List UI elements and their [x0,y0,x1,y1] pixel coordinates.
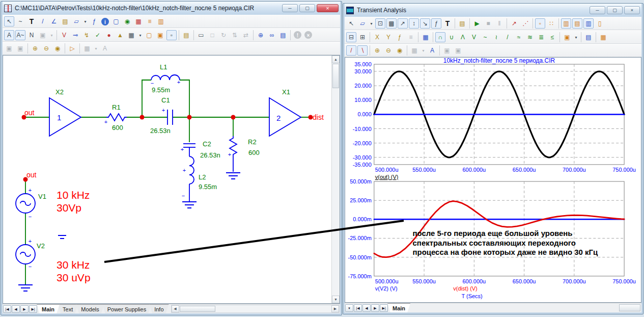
find-node-tool-icon[interactable]: N [26,30,37,40]
r2-ref-label[interactable]: R2 [248,138,257,146]
zoom-in-tool-icon[interactable]: ⊕ [372,45,382,56]
restore-button[interactable]: ▢ [607,6,623,14]
menu-tool-icon[interactable]: ≡ [406,32,416,42]
inductor-l2[interactable] [189,156,194,202]
zoom-mode-tool-icon[interactable]: ⊡ [375,18,385,29]
cursor-mode-tool-icon[interactable]: / [346,45,356,56]
slope-tool-icon[interactable]: / [502,32,513,42]
zoom-out-tool-icon[interactable]: ⊖ [41,43,51,54]
run-button[interactable]: ▶ [472,18,482,29]
help-doc-tool-icon[interactable]: ▢ [111,16,121,27]
stop-button[interactable]: ■ [483,18,493,29]
copy-tool-icon[interactable]: ▱ [357,18,368,29]
clone-dropdown[interactable]: ▾ [49,30,54,40]
one-panel-tool-icon[interactable]: ⊟ [346,32,356,42]
shape-dropdown[interactable]: ▾ [82,16,88,27]
data-points-tool-icon[interactable]: ▫ [535,18,545,29]
font-tool-icon[interactable]: A [427,45,437,56]
graph-image-tool-icon[interactable]: ▩ [386,18,397,29]
net-dist-label[interactable]: dist [313,113,324,121]
find-wave-tool-icon[interactable]: A~ [15,30,25,40]
tab-main[interactable]: Main [387,303,410,312]
shape-tool-icon[interactable]: ▱ [71,16,81,27]
capacitor-c1[interactable] [167,110,173,125]
scroll-left-icon[interactable]: ◀ [172,305,179,312]
new-page-tool-icon[interactable]: ▢ [144,30,154,40]
last-page-button[interactable]: ▶| [29,305,37,313]
x2-ref-label[interactable]: X2 [55,88,64,96]
resistor-r1[interactable] [106,114,127,121]
last-page-button[interactable]: ▶| [380,304,388,312]
page-flip-tool-icon[interactable]: ▷ [67,43,77,54]
flip-horizontal-tool-icon[interactable]: ⇄ [241,30,251,40]
v1-ref-label[interactable]: V1 [38,193,46,200]
search-fx-tool-icon[interactable]: ƒ [395,32,405,42]
clipboard-dropdown[interactable]: ▾ [573,32,579,42]
search-x-tool-icon[interactable]: X [372,32,382,42]
probe-tool-icon[interactable]: ● [104,30,114,40]
properties-tool-icon[interactable]: ▤ [457,18,467,29]
bus-tool-icon[interactable]: ▤ [60,16,70,27]
schematic-hscrollbar[interactable]: ◀ ▶ [171,305,340,313]
font-tool-icon[interactable]: A [100,43,110,54]
edit-limits-tool-icon[interactable]: ▦ [421,32,431,42]
find-text-tool-icon[interactable]: A [4,30,14,40]
notebook-tool-icon[interactable]: ▤ [278,30,288,40]
stack-tool-icon[interactable]: ≣ [536,32,546,42]
envelope-tool-icon[interactable]: ≈ [514,32,524,42]
inductor-l1[interactable] [151,75,180,80]
line-tool-icon[interactable]: / [38,16,48,27]
peak-tool-icon[interactable]: ∩ [435,32,445,42]
l2-value-label[interactable]: 9.55m [199,183,217,191]
tab-power-supplies[interactable]: Power Supplies [102,304,151,313]
scroll-down-icon[interactable]: ▼ [332,296,340,303]
polyline-tool-icon[interactable]: ∠ [49,16,59,27]
to-wire-tool-icon[interactable]: ⊸ [70,30,80,40]
scale-mode-tool-icon[interactable]: ↗ [398,18,408,29]
grid-tool-icon[interactable]: ▦ [126,30,136,40]
layout-vertical-button[interactable]: ▥ [561,18,571,29]
macro-tool-icon[interactable]: ƒ [89,16,99,27]
abort-tool-icon[interactable]: × [304,31,312,39]
r1-ref-label[interactable]: R1 [112,103,121,111]
low-tool-icon[interactable]: V [469,32,479,42]
r2-value-label[interactable]: 600 [248,149,260,156]
hscroll-thumb[interactable] [180,306,215,312]
report-tool-icon[interactable]: ▤ [583,32,594,42]
cycle-tool-icon[interactable]: ≀ [491,32,501,42]
legend-v-V2-V-[interactable]: v(V2) (V) [375,285,398,292]
select-tool-icon[interactable]: ↖ [346,18,356,29]
legend-v-out-V-[interactable]: v(out) (V) [375,174,399,180]
tab-info[interactable]: Info [149,304,169,313]
high-tool-icon[interactable]: Λ [458,32,468,42]
scale-horizontal-tool-icon[interactable]: ↘ [420,18,430,29]
grid-size-tool-icon[interactable]: ▦ [82,43,92,54]
scale-vertical-tool-icon[interactable]: ↕ [409,18,419,29]
flow-mode-tool-icon[interactable]: ▫ [166,30,177,40]
schematic-titlebar[interactable]: C:\MC11\DATA\Petrov\Tests\10kHz-notch-fi… [3,2,340,15]
restore-button[interactable]: ▢ [299,4,315,12]
clone-tool-icon[interactable]: ▣ [38,30,48,40]
capacitor-c2[interactable] [183,144,195,156]
close-button[interactable]: × [624,6,640,14]
text-mode-tool-icon[interactable]: T [442,18,453,29]
opamp-x2[interactable] [49,98,81,136]
grid-size-dropdown[interactable]: ▾ [93,43,99,54]
grid-select-tool-icon[interactable]: ▦ [409,45,419,56]
find-part-tool-icon[interactable]: ⊕ [256,30,266,40]
text-tool-icon[interactable]: T [26,16,37,27]
schematic-vscrollbar[interactable]: ▲ ▼ [331,56,340,303]
vscroll-track[interactable] [332,89,340,296]
prev-page-button[interactable]: ◀ [12,305,20,313]
copy-dropdown[interactable]: ▾ [369,18,374,29]
layout-overlay-button[interactable]: ▥ [583,18,594,29]
first-page-button[interactable]: |◀ [3,305,11,313]
page-tool-icon[interactable]: ▣ [155,30,165,40]
rotate-tool-icon[interactable]: ↻ [218,30,229,40]
tab-models[interactable]: Models [76,304,104,313]
search-y-tool-icon[interactable]: Y [383,32,394,42]
flip-vertical-tool-icon[interactable]: ⇅ [230,30,240,40]
next-page-button[interactable]: ▶ [20,305,29,313]
grid-select-dropdown[interactable]: ▾ [421,45,426,56]
zoom-100-tool-icon[interactable]: ◉ [52,43,63,54]
